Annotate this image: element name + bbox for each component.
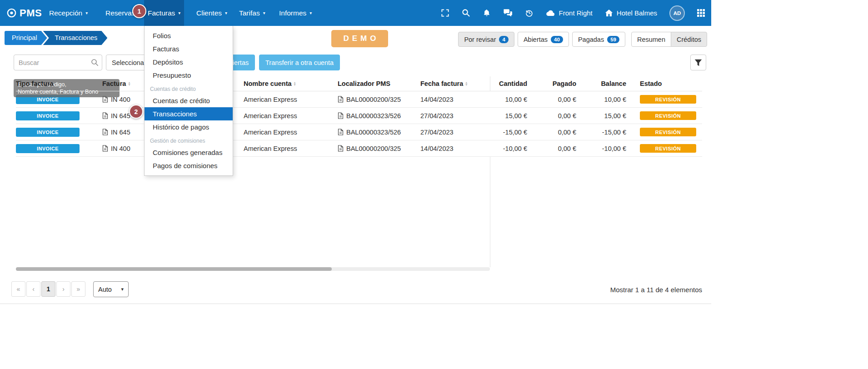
step-annotation-2: 2 <box>129 105 143 119</box>
resumen-button[interactable]: Resumen <box>631 32 671 47</box>
table-row[interactable]: INVOICE IN 400 American Express BAL00000… <box>16 140 702 157</box>
cantidad-cell: 15,00 € <box>470 108 527 124</box>
last-page-button[interactable]: » <box>71 281 85 297</box>
breadcrumb: Principal Transacciones <box>5 31 107 45</box>
document-icon <box>102 145 108 152</box>
facturas-dropdown-menu: FoliosFacturasDepósitosPresupuestoCuenta… <box>144 26 233 176</box>
messages-chat-icon[interactable] <box>503 9 513 17</box>
facturas-menu-item[interactable]: Histórico de pagos <box>145 120 233 134</box>
header-estado[interactable]: Estado <box>638 76 662 91</box>
factura-number: IN 645 <box>111 112 130 120</box>
search-input[interactable] <box>14 55 102 70</box>
cantidad-cell: 10,00 € <box>470 91 527 107</box>
facturas-menu-section-header: Gestión de comisiones <box>145 134 233 146</box>
filter-abiertas-button[interactable]: Abiertas 40 <box>518 32 569 47</box>
table-row[interactable]: INVOICE IN 645 American Express BAL00000… <box>16 108 702 124</box>
facturas-menu-item[interactable]: Folios <box>145 29 233 42</box>
filter-pagadas-button[interactable]: Pagadas 59 <box>572 32 625 47</box>
breadcrumb-principal[interactable]: Principal <box>5 31 47 45</box>
sort-icon <box>294 81 296 86</box>
cantidad-cell: -10,00 € <box>470 140 527 156</box>
invoice-type-badge: INVOICE <box>16 144 80 153</box>
header-tipo-factura[interactable]: Tipo factura <box>16 76 54 91</box>
page-1-button[interactable]: 1 <box>41 281 55 297</box>
avatar[interactable]: AD <box>669 5 685 21</box>
hotel-selector[interactable]: Hotel Balmes <box>605 9 657 17</box>
table-row[interactable]: INVOICE IN 645 American Express BAL00000… <box>16 124 702 140</box>
menu-recepcion-label: Recepción <box>49 9 82 17</box>
facturas-menu-item[interactable]: Transacciones <box>145 107 233 120</box>
document-icon <box>102 129 108 135</box>
document-icon <box>338 96 344 103</box>
results-summary: Mostrar 1 a 11 de 4 elementos <box>610 286 702 294</box>
table-body: INVOICE IN 400 American Express BAL00000… <box>16 91 702 157</box>
breadcrumb-transacciones[interactable]: Transacciones <box>43 31 108 45</box>
menu-tarifas[interactable]: Tarifas <box>235 0 269 26</box>
fecha-factura-cell: 14/04/2023 <box>420 91 454 107</box>
next-page-button[interactable]: › <box>56 281 70 297</box>
apps-grid-icon[interactable] <box>697 9 705 17</box>
front-right-button[interactable]: Front Right <box>546 9 593 17</box>
header-cantidad[interactable]: Cantidad <box>470 76 527 91</box>
header-factura[interactable]: Factura <box>102 76 130 91</box>
pms-logo-icon <box>6 8 17 18</box>
history-icon[interactable] <box>525 9 534 17</box>
facturas-menu-item[interactable]: Cuentas de crédito <box>145 94 233 107</box>
abiertas-count-badge: 40 <box>551 36 563 43</box>
horizontal-scrollbar[interactable] <box>16 267 490 271</box>
menu-informes[interactable]: Informes <box>275 0 315 26</box>
filter-por-revisar-button[interactable]: Por revisar 4 <box>458 32 514 47</box>
horizontal-scrollbar-thumb[interactable] <box>16 267 332 271</box>
funnel-icon <box>694 59 702 66</box>
menu-clientes-label: Clientes <box>196 9 222 17</box>
menu-facturas-label: Facturas <box>148 9 175 17</box>
creditos-button[interactable]: Créditos <box>671 32 707 47</box>
facturas-menu-item[interactable]: Presupuesto <box>145 69 233 82</box>
cloud-icon <box>546 10 555 16</box>
page-size-select[interactable]: Auto <box>93 281 129 297</box>
header-pagado[interactable]: Pagado <box>531 76 576 91</box>
nombre-cuenta-cell: American Express <box>244 140 297 156</box>
navbar-right-tools: Front Right Hotel Balmes AD <box>441 0 705 26</box>
facturas-menu-item[interactable]: Pagos de comisiones <box>145 159 233 172</box>
transfer-account-button[interactable]: Transferir a otra cuenta <box>259 55 340 70</box>
filter-funnel-button[interactable] <box>690 55 706 70</box>
front-right-label: Front Right <box>559 9 593 17</box>
menu-recepcion[interactable]: Recepción <box>45 0 91 26</box>
pagado-cell: 0,00 € <box>531 140 576 156</box>
fecha-factura-cell: 27/04/2023 <box>420 124 454 140</box>
pagado-cell: 0,00 € <box>531 91 576 107</box>
top-navbar: PMS Recepción Reservas Facturas Clientes… <box>0 0 711 26</box>
header-nombre-cuenta[interactable]: Nombre cuenta <box>244 76 296 91</box>
facturas-menu-item[interactable]: Facturas <box>145 42 233 55</box>
first-page-button[interactable]: « <box>11 281 25 297</box>
step-annotation-1: 1 <box>132 4 146 18</box>
facturas-menu-item[interactable]: Depósitos <box>145 55 233 69</box>
factura-number: IN 400 <box>111 145 130 152</box>
header-fecha-factura[interactable]: Fecha factura <box>420 76 467 91</box>
prev-page-button[interactable]: ‹ <box>26 281 40 297</box>
menu-informes-label: Informes <box>279 9 306 17</box>
invoice-type-badge: INVOICE <box>16 128 80 137</box>
pagado-cell: 0,00 € <box>531 124 576 140</box>
menu-facturas[interactable]: Facturas <box>144 0 184 26</box>
balance-cell: 10,00 € <box>572 91 626 107</box>
balance-cell: 15,00 € <box>572 108 626 124</box>
search-magnifier-icon <box>91 59 99 68</box>
header-localizador-pms[interactable]: Localizador PMS <box>338 76 390 91</box>
search-icon[interactable] <box>462 9 470 17</box>
invoice-type-badge: INVOICE <box>16 111 80 120</box>
menu-tarifas-label: Tarifas <box>239 9 260 17</box>
search-box <box>14 55 102 70</box>
notifications-bell-icon[interactable] <box>483 9 491 17</box>
facturas-menu-item[interactable]: Comisiones generadas <box>145 146 233 159</box>
document-icon <box>338 145 344 152</box>
header-balance[interactable]: Balance <box>572 76 626 91</box>
fullscreen-icon[interactable] <box>441 9 449 17</box>
menu-clientes[interactable]: Clientes <box>193 0 231 26</box>
menu-reservas-label: Reservas <box>105 9 135 17</box>
pms-logo[interactable]: PMS <box>6 0 42 26</box>
localizador-pms-cell: BAL00000323/526 <box>346 129 401 136</box>
pagadas-count-badge: 59 <box>607 36 619 43</box>
localizador-pms-cell: BAL00000323/526 <box>346 112 401 120</box>
